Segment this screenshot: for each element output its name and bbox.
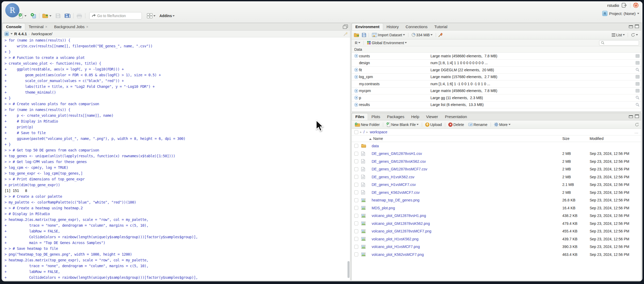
new-folder-button[interactable]: New Folder bbox=[354, 122, 381, 128]
environment-object-row[interactable]: counts Large matrix (458680 elements, 7.… bbox=[352, 53, 641, 60]
file-checkbox[interactable] bbox=[354, 190, 358, 194]
delete-button[interactable]: Delete bbox=[447, 122, 465, 128]
new-file-button[interactable] bbox=[17, 12, 28, 19]
import-dataset-button[interactable]: Import Dataset bbox=[371, 32, 406, 38]
file-checkbox[interactable] bbox=[354, 159, 358, 163]
maximize-pane-icon[interactable] bbox=[635, 24, 639, 28]
file-checkbox[interactable] bbox=[354, 221, 358, 225]
file-row[interactable]: DE_genes_GM12878vsH1.csv 2 MB Sep 23, 20… bbox=[352, 150, 641, 158]
inspect-object-icon[interactable] bbox=[636, 103, 640, 107]
goto-file-search[interactable] bbox=[89, 12, 142, 19]
console-tab[interactable]: Background Jobs × bbox=[51, 23, 92, 30]
file-row[interactable]: DE_genes_GM12878vsMCF7.csv 2 MB Sep 23, … bbox=[352, 165, 641, 173]
column-name[interactable]: Name bbox=[369, 136, 562, 141]
file-checkbox[interactable] bbox=[354, 175, 358, 179]
environment-object-row[interactable]: my.contrasts num [1:4, 1:6] 1 -1 0 0 1 0… bbox=[352, 80, 641, 88]
view-table-icon[interactable] bbox=[636, 61, 640, 65]
console-tab[interactable]: Terminal × bbox=[25, 23, 51, 30]
maximize-pane-icon[interactable] bbox=[635, 114, 639, 118]
file-checkbox[interactable] bbox=[354, 152, 358, 156]
file-row[interactable]: volcano_plot_GM12878vsH1.png 438.2 KB Se… bbox=[352, 212, 641, 220]
addins-button[interactable]: Addins bbox=[158, 13, 176, 19]
save-button[interactable] bbox=[54, 12, 62, 19]
file-name-link[interactable]: DE_genes_K562vsMCF7.csv bbox=[369, 190, 562, 195]
file-checkbox[interactable] bbox=[354, 198, 358, 202]
goto-file-input[interactable] bbox=[97, 14, 137, 18]
files-tab[interactable]: Packages bbox=[384, 113, 408, 120]
file-row[interactable]: MDS_plot.png 16.4 KB Sep 23, 2024, 12:56… bbox=[352, 204, 641, 212]
new-blank-file-button[interactable]: New Blank File bbox=[385, 121, 420, 128]
file-row[interactable]: heatmap_top_DE_genes.png 26.8 KB Sep 23,… bbox=[352, 196, 641, 204]
file-name-link[interactable]: volcano_plot_K562vsMCF7.png bbox=[369, 252, 562, 257]
file-name-link[interactable]: volcano_plot_H1vsK562.png bbox=[369, 237, 562, 241]
console-output[interactable]: > for (name in names(results)) {+ write.… bbox=[2, 37, 350, 281]
file-name-link[interactable]: DE_genes_GM12878vsMCF7.csv bbox=[369, 167, 562, 171]
view-table-icon[interactable] bbox=[636, 75, 640, 79]
environment-object-row[interactable]: log_cpm Large matrix (157680 elements, 2… bbox=[352, 74, 641, 81]
inspect-object-icon[interactable] bbox=[636, 96, 640, 100]
inspect-object-icon[interactable] bbox=[636, 68, 640, 72]
files-tab[interactable]: Help bbox=[408, 113, 423, 120]
view-table-icon[interactable] bbox=[636, 54, 640, 58]
close-icon[interactable]: × bbox=[45, 25, 47, 29]
view-table-icon[interactable] bbox=[636, 82, 640, 86]
more-button[interactable]: More bbox=[493, 121, 512, 128]
minimize-pane-icon[interactable] bbox=[629, 24, 633, 28]
file-name-link[interactable]: heatmap_top_DE_genes.png bbox=[369, 198, 562, 202]
breadcrumb-root[interactable]: / bbox=[363, 130, 365, 134]
file-checkbox[interactable] bbox=[354, 245, 358, 249]
file-row[interactable]: volcano_plot_K562vsMCF7.png 463.4 KB Sep… bbox=[352, 251, 641, 258]
working-directory[interactable]: /workspace/ bbox=[31, 32, 52, 36]
load-workspace-icon[interactable] bbox=[354, 33, 360, 37]
language-selector[interactable]: R bbox=[354, 40, 361, 46]
file-name-link[interactable]: volcano_plot_GM12878vsH1.png bbox=[369, 214, 562, 218]
print-button[interactable] bbox=[75, 12, 83, 19]
expand-icon[interactable] bbox=[353, 75, 359, 79]
environment-object-row[interactable]: design num [1:8, 1:4] 1 1 0 0 0 0 0 0 0 … bbox=[352, 60, 641, 67]
list-view-button[interactable]: List bbox=[611, 32, 626, 38]
environment-object-row[interactable]: fit Large DGEGLM (22 elements, 20 MB) bbox=[352, 67, 641, 74]
file-checkbox[interactable] bbox=[354, 167, 358, 171]
environment-object-row[interactable]: results Large list (6 elements, 13.3 MB) bbox=[352, 102, 641, 109]
minimize-pane-icon[interactable] bbox=[629, 114, 633, 118]
column-modified[interactable]: Modified bbox=[590, 136, 641, 141]
memory-usage-button[interactable]: 334 MiB bbox=[411, 32, 434, 38]
file-name-link[interactable]: volcano_plot_GM12878vsMCF7.png bbox=[369, 229, 562, 233]
file-row[interactable]: DE_genes_H1vsMCF7.csv 2.1 MB Sep 23, 202… bbox=[352, 181, 641, 189]
environment-tab[interactable]: History bbox=[383, 23, 402, 30]
files-tab[interactable]: Files bbox=[352, 113, 368, 120]
environment-tab[interactable]: Tutorial bbox=[431, 23, 451, 30]
column-size[interactable]: Size bbox=[562, 136, 590, 141]
file-name-link[interactable]: DE_genes_H1vsK562.csv bbox=[369, 175, 562, 179]
file-checkbox[interactable] bbox=[354, 237, 358, 241]
file-name-link[interactable]: data bbox=[369, 144, 562, 148]
breadcrumb-directory[interactable]: workspace bbox=[370, 130, 387, 134]
clear-environment-icon[interactable] bbox=[438, 33, 443, 37]
environment-object-row[interactable]: p Large gg (11 elements, 2.3 MB) bbox=[352, 94, 641, 102]
file-row[interactable]: DE_genes_K562vsMCF7.csv 2 MB Sep 23, 202… bbox=[352, 189, 641, 196]
quit-session-icon[interactable] bbox=[633, 2, 639, 8]
view-table-icon[interactable] bbox=[636, 89, 640, 93]
file-checkbox[interactable] bbox=[354, 229, 358, 233]
file-row[interactable]: volcano_plot_H1vsK562.png 439.7 KB Sep 2… bbox=[352, 235, 641, 243]
file-checkbox[interactable] bbox=[354, 252, 358, 256]
expand-icon[interactable] bbox=[353, 96, 359, 100]
file-row[interactable]: volcano_plot_GM12878vsMCF7.png 455.4 KB … bbox=[352, 227, 641, 235]
pane-layout-icon[interactable] bbox=[343, 24, 348, 29]
file-row[interactable]: DE_genes_H1vsK562.csv 2 MB Sep 23, 2024,… bbox=[352, 173, 641, 181]
environment-tab[interactable]: Connections bbox=[402, 23, 431, 30]
close-icon[interactable]: × bbox=[86, 25, 88, 29]
file-row[interactable]: volcano_plot_GM12878vsK562.png 479.4 KB … bbox=[352, 220, 641, 227]
project-selector[interactable]: R Project: (None) bbox=[602, 11, 639, 16]
file-checkbox[interactable] bbox=[354, 144, 358, 148]
r-engine-icon[interactable]: R bbox=[4, 32, 9, 36]
file-name-link[interactable]: DE_genes_GM12878vsH1.csv bbox=[369, 151, 562, 156]
environment-tab[interactable]: Environment bbox=[352, 23, 383, 30]
environment-object-row[interactable]: mycpm Large matrix (458680 elements, 7.8… bbox=[352, 88, 641, 95]
file-row[interactable]: volcano_plot_H1vsMCF7.png 390.3 KB Sep 2… bbox=[352, 243, 641, 251]
file-name-link[interactable]: volcano_plot_H1vsMCF7.png bbox=[369, 245, 562, 249]
files-tab[interactable]: Presentation bbox=[442, 113, 470, 120]
file-checkbox[interactable] bbox=[354, 214, 358, 218]
expand-icon[interactable] bbox=[353, 54, 359, 58]
pane-layout-button[interactable] bbox=[146, 12, 157, 19]
